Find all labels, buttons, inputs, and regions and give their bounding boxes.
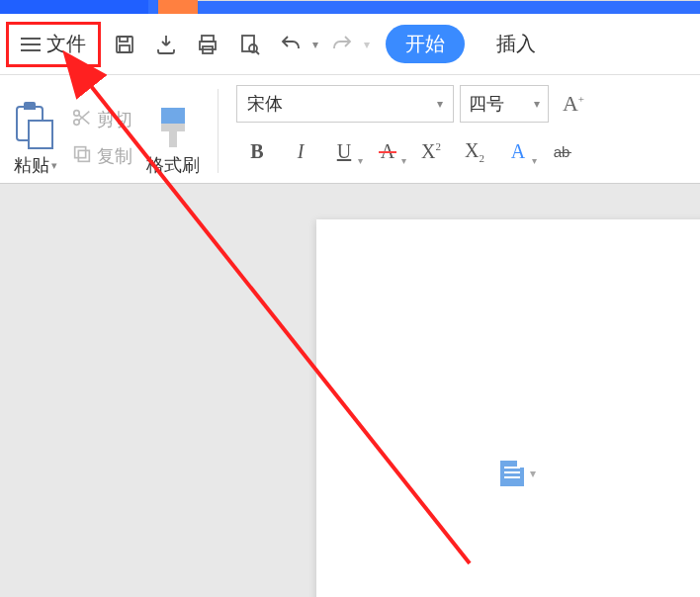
print-button[interactable] xyxy=(190,27,225,62)
highlight-button[interactable]: ab xyxy=(541,132,582,170)
paste-options-smart-tag[interactable]: ▾ xyxy=(500,461,536,486)
strikethrough-icon: A xyxy=(381,140,394,163)
font-name-selector[interactable]: 宋体 ▾ xyxy=(236,85,454,123)
svg-rect-14 xyxy=(169,131,177,147)
copy-button[interactable]: 复制 xyxy=(71,143,132,170)
redo-dropdown-caret[interactable]: ▾ xyxy=(364,38,370,51)
tab-insert[interactable]: 插入 xyxy=(481,25,552,63)
highlight-icon: ab xyxy=(554,143,570,160)
tab-start[interactable]: 开始 xyxy=(386,25,465,63)
svg-point-9 xyxy=(74,119,80,125)
undo-dropdown-caret[interactable]: ▾ xyxy=(312,38,318,51)
svg-rect-6 xyxy=(242,36,254,51)
document-canvas[interactable]: ▾ 候 觉 xyxy=(0,184,700,597)
italic-button[interactable]: I xyxy=(280,132,321,170)
cut-button[interactable]: 剪切 xyxy=(71,107,132,133)
file-menu-label: 文件 xyxy=(46,31,86,57)
titlebar-rest xyxy=(198,0,700,1)
text-effects-icon: A xyxy=(511,140,525,163)
menu-bar: 文件 ▾ ▾ 开始 插入 xyxy=(0,14,700,75)
strikethrough-button[interactable]: A xyxy=(367,132,408,170)
font-name-value: 宋体 xyxy=(247,92,283,116)
chevron-down-icon: ▾ xyxy=(530,467,536,480)
paste-label: 粘贴 xyxy=(14,153,49,177)
titlebar-accent-blue xyxy=(0,0,148,14)
paste-button[interactable]: 粘贴 ▾ xyxy=(14,83,57,183)
clipboard-extras: 剪切 复制 xyxy=(71,83,132,183)
subscript-button[interactable]: X2 xyxy=(454,132,495,170)
svg-rect-12 xyxy=(161,108,185,124)
copy-icon xyxy=(71,143,93,170)
ribbon: 粘贴 ▾ 剪切 复制 格式刷 宋体 ▾ xyxy=(0,75,700,184)
svg-rect-13 xyxy=(161,124,185,131)
paste-caret-icon: ▾ xyxy=(51,159,57,172)
paste-options-icon xyxy=(500,461,524,486)
superscript-button[interactable]: X2 xyxy=(410,132,452,170)
svg-rect-10 xyxy=(78,150,89,161)
italic-icon: I xyxy=(298,140,305,163)
save-button[interactable] xyxy=(107,27,142,62)
scissors-icon xyxy=(71,107,93,133)
font-group: 宋体 ▾ 四号 ▾ A+ B I U A X2 X2 A ab xyxy=(236,83,700,183)
text-effects-button[interactable]: A xyxy=(497,132,539,170)
undo-button[interactable] xyxy=(273,27,308,62)
font-size-value: 四号 xyxy=(469,92,504,116)
title-bar xyxy=(0,0,700,14)
tab-start-label: 开始 xyxy=(405,33,445,54)
print-preview-button[interactable] xyxy=(231,27,267,62)
hamburger-icon xyxy=(21,38,41,51)
cut-label: 剪切 xyxy=(97,108,132,131)
export-button[interactable] xyxy=(148,27,184,62)
titlebar-accent-orange xyxy=(158,0,198,14)
ribbon-separator xyxy=(218,89,219,173)
increase-font-icon: A+ xyxy=(563,91,584,117)
bold-button[interactable]: B xyxy=(236,132,278,170)
subscript-icon: X2 xyxy=(465,139,484,164)
svg-rect-1 xyxy=(120,37,128,42)
chevron-down-icon: ▾ xyxy=(437,97,443,111)
svg-rect-2 xyxy=(120,45,130,52)
file-menu-button[interactable]: 文件 xyxy=(6,22,101,67)
chevron-down-icon: ▾ xyxy=(534,97,540,111)
font-size-selector[interactable]: 四号 ▾ xyxy=(460,85,549,123)
superscript-icon: X2 xyxy=(421,140,441,163)
underline-button[interactable]: U xyxy=(323,132,365,170)
increase-font-button[interactable]: A+ xyxy=(555,85,592,123)
paste-icon xyxy=(14,102,57,149)
redo-button[interactable] xyxy=(324,27,360,62)
format-painter-label: 格式刷 xyxy=(146,153,200,177)
brush-icon xyxy=(155,106,191,149)
underline-icon: U xyxy=(337,140,351,163)
svg-rect-11 xyxy=(75,146,86,157)
format-painter-button[interactable]: 格式刷 xyxy=(146,83,200,183)
bold-icon: B xyxy=(250,140,263,163)
document-page[interactable]: ▾ 候 觉 xyxy=(316,219,700,597)
svg-point-8 xyxy=(74,110,80,116)
copy-label: 复制 xyxy=(97,144,132,168)
svg-rect-3 xyxy=(202,36,214,42)
tab-insert-label: 插入 xyxy=(496,33,536,54)
